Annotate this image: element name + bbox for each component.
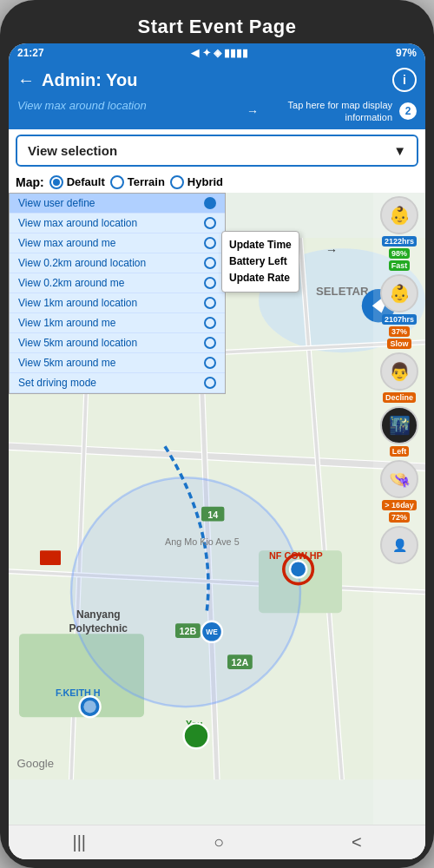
svg-text:Ang Mo Kio Ave 5: Ang Mo Kio Ave 5 [165, 536, 240, 547]
tooltip-line2: Battery Left [229, 253, 292, 270]
badge-rate-2: Slow [387, 339, 411, 349]
map-type-row: Map: Default Terrain Hybrid [9, 172, 425, 193]
user-card-4[interactable]: 🌃 Left [375, 406, 424, 457]
status-battery: 97% [396, 47, 417, 59]
svg-point-38 [290, 561, 306, 577]
svg-point-36 [184, 723, 209, 748]
nav-back-button[interactable]: < [352, 832, 362, 852]
avatar-3: 👨 [380, 352, 418, 391]
phone-frame: Start Event Page 21:27 ◀ ✦ ◈ ▮▮▮▮ 97% ← … [0, 0, 434, 868]
dropdown-item-3[interactable]: View 0.2km around location [10, 253, 225, 273]
page-title: Start Event Page [9, 9, 425, 43]
radio-icon-1 [204, 217, 216, 229]
dropdown-item-5[interactable]: View 1km around location [10, 293, 225, 313]
dropdown-item-7[interactable]: View 5km around location [10, 333, 225, 353]
header-hint-row: View max around location → Tap here for … [9, 99, 425, 129]
header: ← Admin: You i [9, 62, 425, 99]
dropdown-arrow-icon: ▼ [393, 143, 406, 158]
dropdown-item-0[interactable]: View user define [10, 194, 225, 214]
badge-hrs-1: 2122hrs [382, 236, 417, 247]
view-max-label: View max around location [17, 99, 147, 112]
radio-hybrid-label: Hybrid [187, 175, 223, 188]
dropdown-item-4[interactable]: View 0.2km around me [10, 273, 225, 293]
badge-hrs-2: 2107hrs [382, 314, 417, 325]
svg-text:Polytechnic: Polytechnic [69, 621, 128, 634]
user-card-6[interactable]: 👤 [375, 526, 424, 564]
radio-terrain-label: Terrain [128, 175, 165, 188]
tap-hint-area: → Tap here for map display information 2 [247, 99, 417, 124]
dropdown-item-label-1: View max around location [18, 217, 137, 229]
nav-menu-button[interactable]: ||| [72, 832, 86, 852]
right-sidebar: 👶 2122hrs 98% Fast 👶 2107hrs 37% Slow 👨 … [373, 193, 425, 825]
radio-icon-9 [204, 377, 216, 389]
dropdown-item-label-6: View 1km around me [18, 317, 116, 329]
main-content: 14 12B 12A SELETAR Nanyang Polytechnic [9, 193, 425, 825]
svg-text:Nanyang: Nanyang [76, 608, 121, 621]
user-card-1[interactable]: 👶 2122hrs 98% Fast [375, 196, 424, 271]
view-selection-dropdown[interactable]: View selection ▼ [16, 135, 418, 167]
avatar-6: 👤 [380, 526, 418, 564]
svg-text:12B: 12B [179, 626, 196, 636]
badge-battery-1: 98% [389, 248, 410, 259]
radio-terrain-icon [110, 175, 124, 189]
dropdown-item-label-9: Set driving mode [18, 377, 96, 389]
tooltip-arrow-icon: → [326, 243, 338, 257]
user-card-5[interactable]: 👒 > 16day 72% [375, 460, 424, 523]
tooltip-line1: Update Time [229, 237, 292, 253]
svg-text:Google: Google [17, 756, 55, 769]
radio-icon-4 [204, 277, 216, 289]
user-card-3[interactable]: 👨 Decline [375, 352, 424, 403]
info-button[interactable]: i [392, 68, 417, 92]
radio-icon-8 [204, 357, 216, 369]
radio-icon-3 [204, 257, 216, 269]
dropdown-item-6[interactable]: View 1km around me [10, 313, 225, 333]
user-card-2[interactable]: 👶 2107hrs 37% Slow [375, 274, 424, 349]
dropdown-item-2[interactable]: View max around me [10, 233, 225, 253]
svg-point-17 [71, 477, 300, 707]
dropdown-item-label-2: View max around me [18, 237, 116, 249]
dropdown-item-1[interactable]: View max around location [10, 214, 225, 233]
back-button[interactable]: ← [17, 70, 35, 90]
dropdown-item-8[interactable]: View 5km around me [10, 353, 225, 373]
radio-icon-2 [204, 237, 216, 249]
status-bar: 21:27 ◀ ✦ ◈ ▮▮▮▮ 97% [9, 43, 425, 62]
badge-status-4: Left [390, 446, 410, 457]
dropdown-item-label-8: View 5km around me [18, 357, 116, 369]
radio-default-label: Default [67, 175, 105, 188]
badge-days-5: > 16day [382, 500, 416, 510]
map-type-label: Map: [16, 175, 44, 189]
avatar-4: 🌃 [380, 406, 418, 444]
dropdown-item-label-4: View 0.2km around me [18, 277, 125, 289]
radio-icon-6 [204, 317, 216, 329]
svg-text:12A: 12A [231, 657, 248, 667]
radio-hybrid-icon [170, 175, 184, 189]
phone-screen: 21:27 ◀ ✦ ◈ ▮▮▮▮ 97% ← Admin: You i View… [9, 43, 425, 859]
header-title: Admin: You [42, 70, 137, 90]
badge-status-3: Decline [383, 392, 416, 403]
nav-bar: ||| ○ < [9, 825, 425, 859]
map-type-default[interactable]: Default [49, 175, 105, 189]
radio-icon-0 [204, 197, 216, 209]
dropdown-item-9[interactable]: Set driving mode [10, 373, 225, 393]
tap-hint-text: Tap here for map display information [262, 99, 392, 124]
header-left: ← Admin: You [17, 70, 137, 90]
badge-pct-5: 72% [389, 512, 410, 523]
tap-arrow-icon: → [247, 104, 259, 118]
svg-rect-24 [40, 550, 61, 565]
dropdown-item-label-3: View 0.2km around location [18, 257, 146, 269]
status-signal: ◀ ✦ ◈ ▮▮▮▮ [191, 47, 248, 59]
dropdown-label: View selection [28, 143, 117, 158]
svg-text:14: 14 [207, 510, 218, 520]
badge-rate-1: Fast [389, 260, 411, 271]
map-type-terrain[interactable]: Terrain [110, 175, 165, 189]
dropdown-item-label-5: View 1km around location [18, 297, 137, 309]
dropdown-list[interactable]: View user define View max around locatio… [9, 193, 226, 394]
radio-icon-7 [204, 337, 216, 349]
nav-home-button[interactable]: ○ [214, 832, 224, 852]
dropdown-item-label-0: View user define [18, 197, 95, 209]
svg-point-35 [83, 700, 95, 713]
radio-icon-5 [204, 297, 216, 309]
count-badge: 2 [399, 102, 417, 120]
map-type-hybrid[interactable]: Hybrid [170, 175, 223, 189]
avatar-1: 👶 [380, 196, 418, 234]
